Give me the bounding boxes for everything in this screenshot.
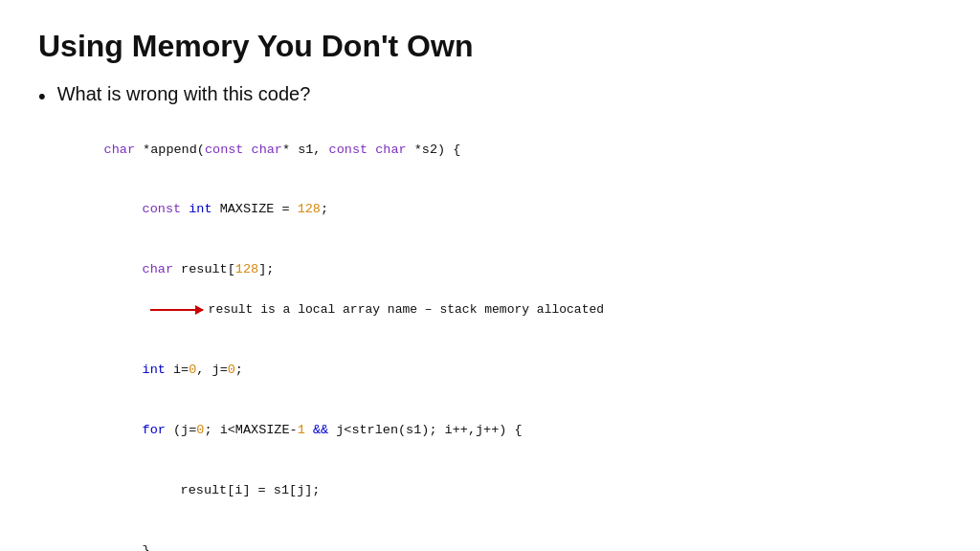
annotation-arrow-1 <box>150 309 203 311</box>
code-block: char *append(const char* s1, const char … <box>57 121 942 551</box>
code-line-7: } <box>96 521 942 551</box>
annotation-text-1: result is a local array name – stack mem… <box>209 300 604 320</box>
bullet-text-1: What is wrong with this code? <box>57 83 311 105</box>
page-title: Using Memory You Don't Own <box>38 29 942 64</box>
code-line-5: for (j=0; i<MAXSIZE-1 && j<strlen(s1); i… <box>96 401 942 461</box>
code-line-6: result[i] = s1[j]; <box>134 461 942 521</box>
code-line-1: char *append(const char* s1, const char … <box>57 121 942 181</box>
bullet-dot-1: • <box>38 83 46 111</box>
code-line-2: const int MAXSIZE = 128; <box>96 180 942 240</box>
code-line-3: char result[128]; result is a local arra… <box>96 240 942 341</box>
code-line-4: int i=0, j=0; <box>96 341 942 401</box>
